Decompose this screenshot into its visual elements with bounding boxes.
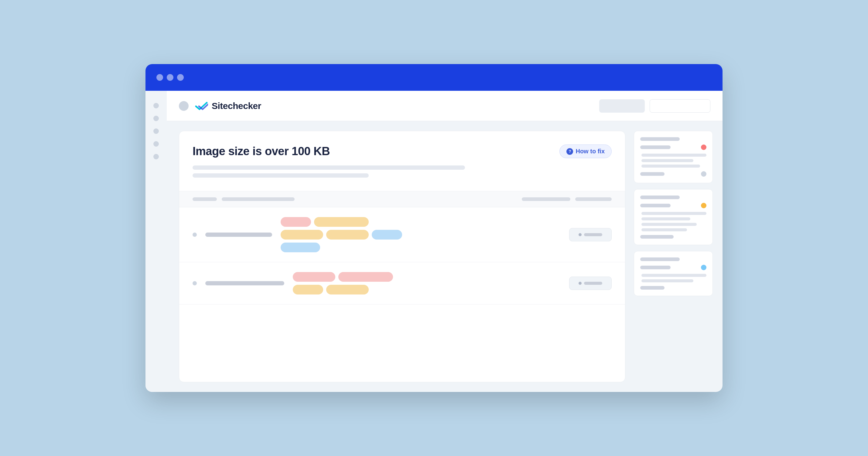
sidebar-row xyxy=(640,203,706,208)
sidebar-line xyxy=(640,204,671,207)
row-action-button[interactable] xyxy=(569,276,612,290)
action-line xyxy=(584,282,602,285)
tag-orange-lg xyxy=(314,217,369,227)
nav-dot-1[interactable] xyxy=(153,103,159,108)
sub-line xyxy=(642,154,706,157)
app-header: Sitechecker xyxy=(167,91,722,121)
tag-blue-md xyxy=(281,242,320,252)
content-area: Image size is over 100 KB ? How to fix xyxy=(167,121,722,392)
row-action-button[interactable] xyxy=(569,228,612,241)
browser-dots xyxy=(156,74,184,81)
sidebar-line xyxy=(640,137,680,141)
tag-pink-sm xyxy=(281,217,311,227)
tag-pink-lg xyxy=(338,272,393,282)
row-text xyxy=(205,233,272,237)
sub-line xyxy=(642,228,687,231)
tags-area xyxy=(293,272,561,294)
how-to-fix-button[interactable]: ? How to fix xyxy=(559,144,612,158)
col-header-3 xyxy=(522,197,570,201)
tags-row-1 xyxy=(293,272,561,282)
tags-row-3 xyxy=(281,242,561,252)
sidebar-section-1 xyxy=(634,131,713,183)
tag-pink-md-1 xyxy=(293,272,335,282)
sidebar-row xyxy=(640,137,706,141)
sidebar-section-3 xyxy=(634,251,713,296)
sidebar-line xyxy=(640,266,671,269)
sub-line xyxy=(642,212,706,215)
sidebar-row xyxy=(640,144,706,150)
sub-line xyxy=(642,279,693,282)
row-bullet xyxy=(192,281,197,285)
row-text xyxy=(205,281,284,285)
table-row xyxy=(179,262,625,304)
right-sidebar xyxy=(634,131,713,382)
status-dot-blue xyxy=(701,265,706,270)
browser-titlebar xyxy=(146,64,722,91)
tags-area xyxy=(281,217,561,252)
sub-line xyxy=(642,217,690,220)
action-dot xyxy=(579,233,582,236)
nav-dot-5[interactable] xyxy=(153,154,159,159)
sub-line xyxy=(642,274,706,277)
header-primary-button[interactable] xyxy=(599,99,645,112)
sidebar-row xyxy=(640,257,706,261)
logo-text: Sitechecker xyxy=(212,101,261,111)
header-buttons xyxy=(599,99,710,112)
sidebar-line xyxy=(640,286,664,290)
nav-dot-3[interactable] xyxy=(153,128,159,134)
nav-dot-4[interactable] xyxy=(153,141,159,146)
sidebar-section-2 xyxy=(634,189,713,245)
sidebar-line xyxy=(640,235,674,239)
tag-blue-sm xyxy=(372,230,402,239)
sidebar-row xyxy=(640,196,706,199)
logo-area: Sitechecker xyxy=(195,101,593,111)
sub-line xyxy=(642,159,693,162)
issue-title: Image size is over 100 KB xyxy=(192,145,330,158)
left-sidebar xyxy=(146,91,167,392)
browser-dot-3 xyxy=(177,74,184,81)
help-icon: ? xyxy=(566,148,573,155)
browser-dot-1 xyxy=(156,74,163,81)
status-dot-red xyxy=(701,144,706,150)
header-circle xyxy=(179,101,189,111)
sidebar-sub-lines xyxy=(642,274,706,282)
main-area: Sitechecker Image size is over 100 KB xyxy=(167,91,722,392)
sidebar-row xyxy=(640,235,706,239)
table-header xyxy=(179,191,625,207)
sidebar-row xyxy=(640,171,706,177)
tag-orange-sm xyxy=(293,285,323,294)
sub-line xyxy=(642,165,700,168)
tag-orange-md-3 xyxy=(326,285,369,294)
desc-line-2 xyxy=(192,173,369,177)
row-bullet xyxy=(192,233,197,237)
status-dot-orange xyxy=(701,203,706,208)
browser-window: Sitechecker Image size is over 100 KB xyxy=(146,64,722,392)
sidebar-line xyxy=(640,257,680,261)
tags-row-2 xyxy=(293,285,561,294)
sidebar-row xyxy=(640,265,706,270)
header-secondary-button[interactable] xyxy=(650,99,710,112)
col-header-4 xyxy=(575,197,612,201)
sidebar-line xyxy=(640,172,664,176)
col-header-1 xyxy=(192,197,217,201)
desc-line-1 xyxy=(192,165,465,170)
issue-header: Image size is over 100 KB ? How to fix xyxy=(179,131,625,191)
browser-dot-2 xyxy=(167,74,174,81)
sub-line xyxy=(642,223,697,226)
col-header-2 xyxy=(222,197,294,201)
sidebar-row xyxy=(640,286,706,290)
nav-dot-2[interactable] xyxy=(153,116,159,121)
tags-row-1 xyxy=(281,217,561,227)
action-line xyxy=(584,233,602,236)
main-panel: Image size is over 100 KB ? How to fix xyxy=(179,131,625,382)
sidebar-sub-lines xyxy=(642,154,706,168)
sidebar-line xyxy=(640,196,680,199)
tag-orange-md-2 xyxy=(326,230,369,239)
status-dot-gray xyxy=(701,171,706,177)
issue-title-row: Image size is over 100 KB ? How to fix xyxy=(192,144,612,158)
table-row xyxy=(179,207,625,262)
action-dot xyxy=(579,282,582,285)
how-to-fix-label: How to fix xyxy=(576,148,605,155)
logo-icon xyxy=(195,101,208,111)
tags-row-2 xyxy=(281,230,561,239)
